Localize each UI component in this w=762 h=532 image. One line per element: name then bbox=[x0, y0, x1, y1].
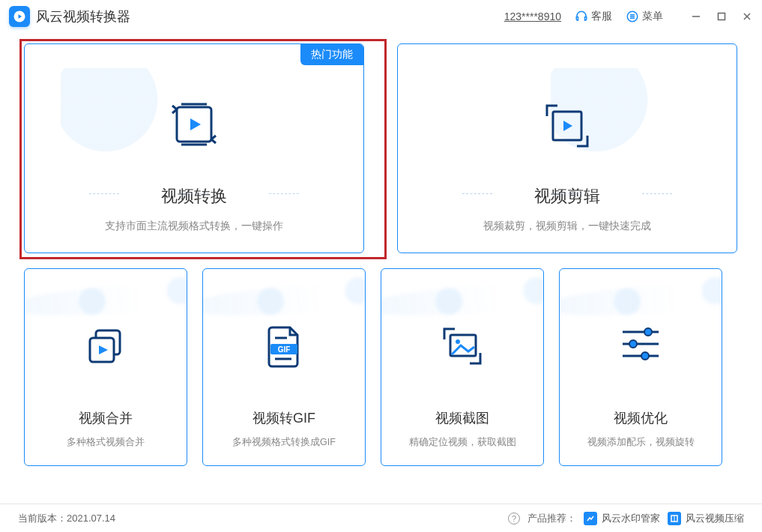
menu-button[interactable]: 菜单 bbox=[626, 10, 663, 23]
svg-marker-12 bbox=[190, 118, 201, 130]
customer-service-label: 客服 bbox=[591, 10, 612, 23]
main-content: 热门功能 视频转换 支持市面主流视频格式转换，一键操作 bbox=[0, 33, 762, 504]
card-video-to-gif[interactable]: GIF 视频转GIF 多种视频格式转换成GIF bbox=[202, 268, 366, 466]
maximize-button[interactable] bbox=[716, 10, 728, 22]
recommend-label: 产品推荐： bbox=[527, 512, 576, 525]
svg-point-25 bbox=[456, 339, 460, 344]
customer-service-button[interactable]: 客服 bbox=[575, 10, 612, 23]
convert-icon bbox=[25, 98, 363, 151]
watermark-icon bbox=[584, 512, 597, 525]
optimize-icon bbox=[560, 323, 722, 365]
version-label: 当前版本： bbox=[18, 512, 67, 525]
close-button[interactable] bbox=[741, 10, 753, 22]
card-video-clip[interactable]: 视频剪辑 视频裁剪，视频剪辑，一键快速完成 bbox=[397, 43, 737, 253]
app-logo bbox=[9, 6, 30, 27]
minimize-button[interactable] bbox=[690, 10, 702, 22]
merge-icon bbox=[25, 323, 187, 369]
menu-label: 菜单 bbox=[642, 10, 663, 23]
version-value: 2021.07.14 bbox=[67, 513, 115, 524]
card-video-optimize[interactable]: 视频优化 视频添加配乐，视频旋转 bbox=[559, 268, 722, 466]
hot-badge: 热门功能 bbox=[300, 44, 363, 65]
card-title: 视频优化 bbox=[614, 409, 668, 427]
recommend-compress-link[interactable]: 风云视频压缩 bbox=[668, 512, 744, 525]
card-video-convert[interactable]: 热门功能 视频转换 支持市面主流视频格式转换，一键操作 bbox=[24, 43, 364, 253]
footer: 当前版本： 2021.07.14 ? 产品推荐： 风云水印管家 风云视频压缩 bbox=[0, 504, 762, 532]
recommend-compress-label: 风云视频压缩 bbox=[686, 512, 744, 525]
card-desc: 视频添加配乐，视频旋转 bbox=[587, 436, 695, 449]
titlebar: 风云视频转换器 123****8910 客服 菜单 bbox=[0, 0, 762, 33]
card-desc: 精确定位视频，获取截图 bbox=[409, 436, 516, 449]
recommend-watermark-label: 风云水印管家 bbox=[602, 512, 660, 525]
card-video-screenshot[interactable]: 视频截图 精确定位视频，获取截图 bbox=[381, 268, 544, 466]
card-title: 视频剪辑 bbox=[534, 185, 600, 208]
app-title: 风云视频转换器 bbox=[36, 7, 130, 25]
svg-text:GIF: GIF bbox=[278, 345, 291, 354]
menu-icon bbox=[626, 10, 639, 23]
svg-point-31 bbox=[641, 352, 649, 360]
card-desc: 多种格式视频合并 bbox=[67, 436, 145, 449]
compress-icon bbox=[668, 512, 681, 525]
card-desc: 视频裁剪，视频剪辑，一键快速完成 bbox=[483, 220, 651, 233]
screenshot-icon bbox=[381, 323, 543, 371]
card-video-merge[interactable]: 视频合并 多种格式视频合并 bbox=[24, 268, 187, 466]
headset-icon bbox=[575, 10, 588, 23]
svg-rect-7 bbox=[719, 13, 725, 20]
svg-point-30 bbox=[629, 340, 637, 348]
recommend-watermark-link[interactable]: 风云水印管家 bbox=[584, 512, 660, 525]
svg-point-29 bbox=[644, 328, 652, 336]
account-link[interactable]: 123****8910 bbox=[504, 10, 561, 22]
card-title: 视频截图 bbox=[435, 409, 489, 427]
svg-marker-16 bbox=[563, 121, 572, 131]
gif-icon: GIF bbox=[203, 323, 365, 369]
card-title: 视频合并 bbox=[79, 409, 133, 427]
clip-icon bbox=[398, 98, 737, 154]
help-icon[interactable]: ? bbox=[508, 513, 520, 525]
card-desc: 多种视频格式转换成GIF bbox=[232, 436, 336, 449]
card-desc: 支持市面主流视频格式转换，一键操作 bbox=[105, 220, 283, 233]
card-title: 视频转GIF bbox=[253, 409, 315, 427]
card-title: 视频转换 bbox=[161, 185, 227, 208]
